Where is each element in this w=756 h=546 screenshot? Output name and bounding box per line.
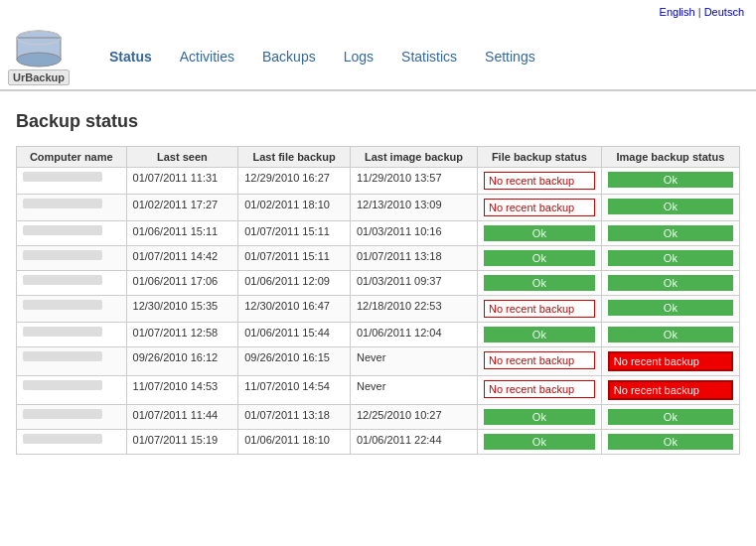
col-last-file: Last file backup	[238, 147, 351, 168]
image-status-cell: Ok	[601, 430, 739, 455]
file-status-cell: Ok	[477, 405, 601, 430]
last-image-cell: 01/03/2011 09:37	[350, 271, 477, 296]
computer-name-cell	[17, 221, 127, 246]
lang-deutsch[interactable]: Deutsch	[704, 6, 744, 18]
header: UrBackup Status Activities Backups Logs …	[0, 24, 756, 91]
file-status-cell: No recent backup	[477, 168, 601, 195]
last-file-cell: 12/30/2010 16:47	[238, 296, 351, 323]
file-status-cell: No recent backup	[477, 347, 601, 376]
file-status-cell: Ok	[477, 430, 601, 455]
last-file-cell: 01/06/2011 15:44	[238, 323, 351, 347]
last-file-cell: 01/06/2011 18:10	[238, 430, 351, 455]
last-image-cell: 11/29/2010 13:57	[350, 168, 477, 195]
col-last-image: Last image backup	[350, 147, 477, 168]
logo-text: UrBackup	[8, 69, 70, 85]
nav-logs[interactable]: Logs	[344, 49, 374, 65]
last-image-cell: 01/06/2011 12:04	[350, 323, 477, 347]
table-row: 01/07/2011 11:4401/07/2011 13:1812/25/20…	[17, 405, 740, 430]
file-status-cell: No recent backup	[477, 376, 601, 405]
col-computer: Computer name	[17, 147, 127, 168]
last-image-cell: 01/07/2011 13:18	[350, 246, 477, 271]
image-status-cell: Ok	[601, 405, 739, 430]
computer-name-cell	[17, 246, 127, 271]
last-seen-cell: 01/07/2011 12:58	[126, 323, 238, 347]
image-status-cell: Ok	[601, 195, 739, 221]
image-status-cell: No recent backup	[601, 347, 739, 376]
nav-activities[interactable]: Activities	[180, 49, 234, 65]
table-row: 01/07/2011 12:5801/06/2011 15:4401/06/20…	[17, 323, 740, 347]
file-status-cell: Ok	[477, 271, 601, 296]
image-status-cell: Ok	[601, 246, 739, 271]
table-row: 11/07/2010 14:5311/07/2010 14:54NeverNo …	[17, 376, 740, 405]
image-status-cell: Ok	[601, 296, 739, 323]
last-seen-cell: 01/07/2011 11:44	[126, 405, 238, 430]
image-status-cell: Ok	[601, 168, 739, 195]
file-status-cell: Ok	[477, 221, 601, 246]
nav-status[interactable]: Status	[109, 49, 152, 65]
computer-name-cell	[17, 271, 127, 296]
main-nav: Status Activities Backups Logs Statistic…	[109, 49, 535, 65]
last-seen-cell: 11/07/2010 14:53	[126, 376, 238, 405]
nav-settings[interactable]: Settings	[485, 49, 535, 65]
last-seen-cell: 01/06/2011 17:06	[126, 271, 238, 296]
logo-icon	[12, 28, 66, 71]
file-status-cell: No recent backup	[477, 296, 601, 323]
computer-name-cell	[17, 296, 127, 323]
last-file-cell: 09/26/2010 16:15	[238, 347, 351, 376]
table-row: 01/07/2011 14:4201/07/2011 15:1101/07/20…	[17, 246, 740, 271]
top-bar: English | Deutsch	[0, 0, 756, 24]
table-row: 01/02/2011 17:2701/02/2011 18:1012/13/20…	[17, 195, 740, 221]
last-seen-cell: 01/07/2011 11:31	[126, 168, 238, 195]
last-file-cell: 01/02/2011 18:10	[238, 195, 351, 221]
last-image-cell: 12/18/2010 22:53	[350, 296, 477, 323]
image-status-cell: Ok	[601, 221, 739, 246]
last-image-cell: 01/06/2011 22:44	[350, 430, 477, 455]
computer-name-cell	[17, 430, 127, 455]
last-file-cell: 01/07/2011 13:18	[238, 405, 351, 430]
last-file-cell: 01/07/2011 15:11	[238, 246, 351, 271]
backup-status-table: Computer name Last seen Last file backup…	[16, 146, 740, 455]
last-image-cell: Never	[350, 347, 477, 376]
col-last-seen: Last seen	[126, 147, 238, 168]
file-status-cell: Ok	[477, 246, 601, 271]
file-status-cell: No recent backup	[477, 195, 601, 221]
last-seen-cell: 01/07/2011 15:19	[126, 430, 238, 455]
last-file-cell: 01/07/2011 15:11	[238, 221, 351, 246]
nav-statistics[interactable]: Statistics	[401, 49, 457, 65]
logo: UrBackup	[8, 28, 70, 85]
lang-english[interactable]: English	[660, 6, 695, 18]
col-image-status: Image backup status	[601, 147, 739, 168]
last-file-cell: 01/06/2011 12:09	[238, 271, 351, 296]
computer-name-cell	[17, 405, 127, 430]
last-seen-cell: 12/30/2010 15:35	[126, 296, 238, 323]
last-seen-cell: 01/06/2011 15:11	[126, 221, 238, 246]
last-image-cell: 12/25/2010 10:27	[350, 405, 477, 430]
computer-name-cell	[17, 347, 127, 376]
last-file-cell: 11/07/2010 14:54	[238, 376, 351, 405]
table-row: 09/26/2010 16:1209/26/2010 16:15NeverNo …	[17, 347, 740, 376]
last-seen-cell: 01/07/2011 14:42	[126, 246, 238, 271]
nav-backups[interactable]: Backups	[262, 49, 316, 65]
table-row: 01/06/2011 17:0601/06/2011 12:0901/03/20…	[17, 271, 740, 296]
svg-point-2	[17, 53, 61, 67]
image-status-cell: Ok	[601, 323, 739, 347]
image-status-cell: Ok	[601, 271, 739, 296]
last-file-cell: 12/29/2010 16:27	[238, 168, 351, 195]
file-status-cell: Ok	[477, 323, 601, 347]
last-image-cell: 01/03/2011 10:16	[350, 221, 477, 246]
col-file-status: File backup status	[477, 147, 601, 168]
table-row: 01/06/2011 15:1101/07/2011 15:1101/03/20…	[17, 221, 740, 246]
computer-name-cell	[17, 168, 127, 195]
computer-name-cell	[17, 195, 127, 221]
last-seen-cell: 01/02/2011 17:27	[126, 195, 238, 221]
table-row: 01/07/2011 15:1901/06/2011 18:1001/06/20…	[17, 430, 740, 455]
last-image-cell: Never	[350, 376, 477, 405]
last-image-cell: 12/13/2010 13:09	[350, 195, 477, 221]
computer-name-cell	[17, 376, 127, 405]
table-row: 12/30/2010 15:3512/30/2010 16:4712/18/20…	[17, 296, 740, 323]
table-row: 01/07/2011 11:3112/29/2010 16:2711/29/20…	[17, 168, 740, 195]
last-seen-cell: 09/26/2010 16:12	[126, 347, 238, 376]
computer-name-cell	[17, 323, 127, 347]
main-content: Backup status Computer name Last seen La…	[0, 91, 756, 475]
page-title: Backup status	[16, 111, 740, 132]
